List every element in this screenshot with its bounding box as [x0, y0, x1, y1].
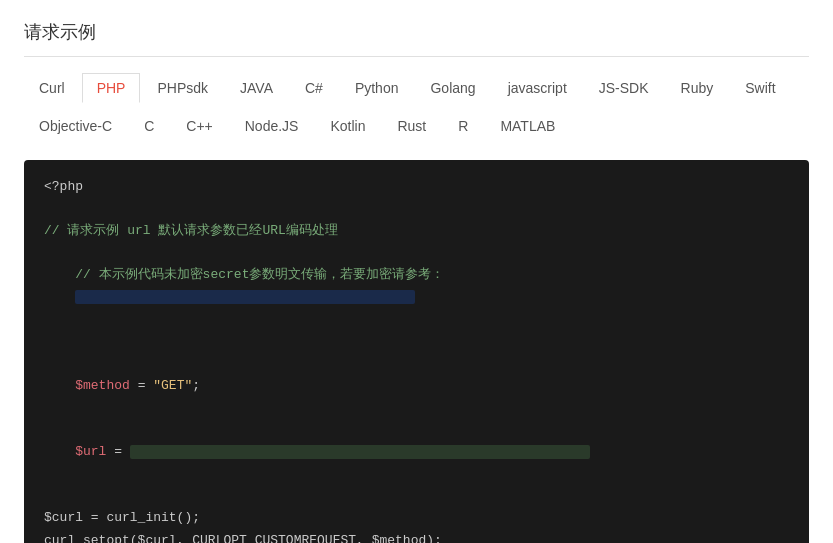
tab-python[interactable]: Python	[340, 73, 414, 103]
code-block: <?php // 请求示例 url 默认请求参数已经URL编码处理 // 本示例…	[24, 160, 809, 543]
code-line-1: <?php	[44, 176, 789, 198]
tab-csharp[interactable]: C#	[290, 73, 338, 103]
tab-php[interactable]: PHP	[82, 73, 141, 103]
tab-javascript[interactable]: javascript	[493, 73, 582, 103]
tab-java[interactable]: JAVA	[225, 73, 288, 103]
code-empty-3	[44, 485, 789, 507]
url-redacted	[130, 445, 590, 459]
tab-swift[interactable]: Swift	[730, 73, 790, 103]
tab-nodejs[interactable]: Node.JS	[230, 111, 314, 140]
tab-curl[interactable]: Curl	[24, 73, 80, 103]
tabs-row-2: Objective-CCC++Node.JSKotlinRustRMATLAB	[24, 111, 809, 144]
code-empty-2	[44, 331, 789, 353]
code-method: $method = "GET";	[44, 353, 789, 419]
code-empty-1	[44, 198, 789, 220]
tab-rust[interactable]: Rust	[382, 111, 441, 140]
tabs-row-1: CurlPHPPHPsdkJAVAC#PythonGolangjavascrip…	[24, 73, 809, 107]
tab-matlab[interactable]: MATLAB	[485, 111, 570, 140]
tab-golang[interactable]: Golang	[415, 73, 490, 103]
tab-kotlin[interactable]: Kotlin	[315, 111, 380, 140]
code-curl-init: $curl = curl_init();	[44, 507, 789, 529]
code-url: $url =	[44, 419, 789, 485]
tab-objective-c[interactable]: Objective-C	[24, 111, 127, 140]
tab-js-sdk[interactable]: JS-SDK	[584, 73, 664, 103]
tab-phpsdk[interactable]: PHPsdk	[142, 73, 223, 103]
tabs-container: CurlPHPPHPsdkJAVAC#PythonGolangjavascrip…	[24, 73, 809, 144]
code-comment-2: // 本示例代码未加密secret参数明文传输，若要加密请参考：	[44, 242, 789, 330]
tab-ruby[interactable]: Ruby	[666, 73, 729, 103]
tab-cpp[interactable]: C++	[171, 111, 227, 140]
code-setopt-1: curl_setopt($curl, CURLOPT_CUSTOMREQUEST…	[44, 530, 789, 544]
secret-redacted	[75, 290, 415, 304]
code-comment-1: // 请求示例 url 默认请求参数已经URL编码处理	[44, 220, 789, 242]
tab-r[interactable]: R	[443, 111, 483, 140]
tab-c[interactable]: C	[129, 111, 169, 140]
page-title: 请求示例	[24, 20, 809, 57]
